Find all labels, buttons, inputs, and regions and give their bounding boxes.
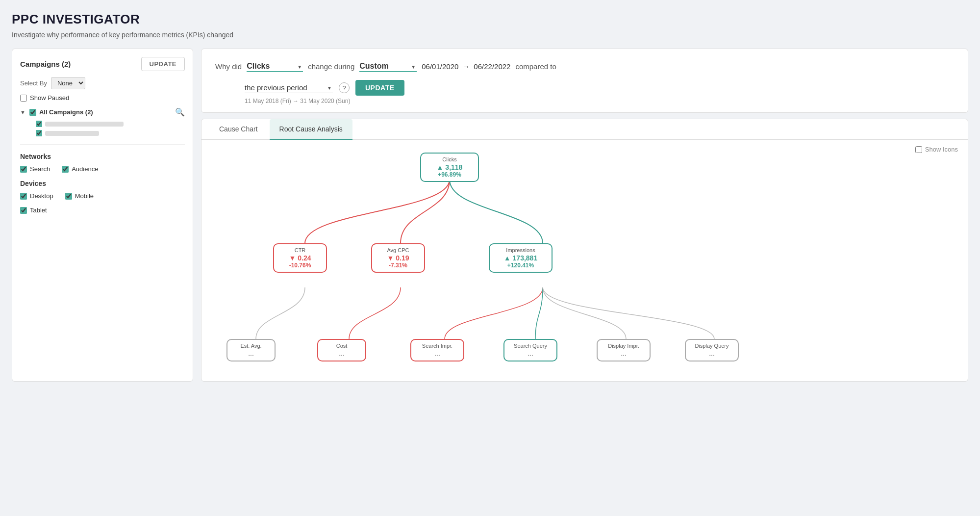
ctr-node-value: ▼ 0.24 (281, 254, 319, 262)
est-avg-title: Est. Avg. (234, 343, 268, 349)
show-paused-checkbox[interactable] (20, 95, 27, 102)
device-tablet-label: Tablet (30, 206, 47, 214)
ctr-node[interactable]: CTR ▼ 0.24 -10.76% (273, 243, 327, 273)
sidebar-update-button[interactable]: UPDATE (141, 57, 185, 71)
compared-to-label: compared to (515, 62, 556, 71)
cost-node[interactable]: Cost ... (317, 339, 366, 361)
cost-value: ... (325, 350, 358, 358)
root-node-percent: +96.89% (428, 171, 471, 178)
avg-cpc-node-title: Avg CPC (379, 247, 417, 253)
date-arrow-icon: → (462, 62, 470, 71)
display-query-title: Display Query (693, 343, 731, 349)
change-during-label: change during (308, 62, 354, 71)
device-desktop-label: Desktop (30, 192, 53, 200)
tab-root-cause-analysis[interactable]: Root Cause Analysis (270, 119, 352, 140)
avg-cpc-node[interactable]: Avg CPC ▼ 0.19 -7.31% (371, 243, 425, 273)
campaign-search-icon[interactable]: 🔍 (175, 107, 185, 117)
impressions-node-value: ▲ 173,881 (497, 254, 545, 262)
impressions-node-title: Impressions (497, 247, 545, 253)
impressions-node-percent: +120.41% (497, 262, 545, 269)
metric-dropdown[interactable]: Clicks Impressions Cost CTR (247, 61, 303, 72)
comparison-date-hint: 11 May 2018 (Fri) → 31 May 2020 (Sun) (215, 98, 954, 104)
display-impr-value: ... (604, 350, 643, 358)
devices-title: Devices (20, 180, 185, 187)
date-start: 06/01/2020 (422, 62, 458, 71)
devices-group: Desktop Mobile (20, 192, 185, 200)
networks-group: Search Audience (20, 165, 185, 173)
display-query-node[interactable]: Display Query ... (685, 339, 739, 361)
help-button[interactable]: ? (339, 82, 350, 93)
est-avg-node[interactable]: Est. Avg. ... (226, 339, 276, 361)
network-search-checkbox[interactable] (20, 166, 27, 173)
date-end: 06/22/2022 (474, 62, 510, 71)
root-node[interactable]: Clicks ▲ 3,118 +96.89% (420, 153, 479, 182)
avg-cpc-node-value: ▼ 0.19 (379, 254, 417, 262)
device-desktop-checkbox[interactable] (20, 193, 27, 200)
select-by-dropdown[interactable]: None (51, 77, 85, 89)
cost-title: Cost (325, 343, 358, 349)
display-query-value: ... (693, 350, 731, 358)
campaign-item (36, 130, 185, 136)
device-tablet-checkbox[interactable] (20, 207, 27, 214)
chart-area: Show Icons (201, 140, 968, 381)
page-subtitle: Investigate why performance of key perfo… (12, 31, 968, 39)
tree-arrow: ▼ (20, 109, 25, 115)
all-campaigns-label: All Campaigns (2) (39, 108, 93, 116)
sidebar: Campaigns (2) UPDATE Select By None Show… (12, 49, 193, 382)
root-node-value: ▲ 3,118 (428, 163, 471, 171)
period-dropdown[interactable]: Custom Last 7 days Last 30 days This Mon… (359, 61, 417, 72)
search-query-node[interactable]: Search Query ... (503, 339, 557, 361)
search-impr-value: ... (418, 350, 456, 358)
campaign-name-2 (45, 131, 99, 136)
ctr-node-percent: -10.76% (281, 262, 319, 269)
campaign-item (36, 121, 185, 127)
device-mobile-label: Mobile (75, 192, 94, 200)
devices-group-2: Tablet (20, 206, 185, 214)
all-campaigns-checkbox[interactable] (29, 109, 36, 116)
search-query-title: Search Query (511, 343, 550, 349)
tab-cause-chart[interactable]: Cause Chart (209, 119, 268, 140)
network-audience-label: Audience (72, 165, 98, 173)
search-impr-node[interactable]: Search Impr. ... (410, 339, 464, 361)
campaign-name-1 (45, 122, 124, 127)
device-mobile-checkbox[interactable] (65, 193, 72, 200)
show-paused-label: Show Paused (30, 94, 69, 102)
campaign-checkbox-1[interactable] (36, 121, 42, 127)
search-query-value: ... (511, 350, 550, 358)
page-title: PPC INVESTIGATOR (12, 12, 968, 27)
search-impr-title: Search Impr. (418, 343, 456, 349)
comparison-period-dropdown[interactable]: the previous period the previous year cu… (245, 82, 333, 93)
avg-cpc-node-percent: -7.31% (379, 262, 417, 269)
campaigns-title: Campaigns (2) (20, 60, 71, 68)
network-audience-checkbox[interactable] (62, 166, 69, 173)
tree-diagram: Clicks ▲ 3,118 +96.89% CTR ▼ 0.24 -10.76… (209, 148, 960, 373)
display-impr-node[interactable]: Display Impr. ... (597, 339, 651, 361)
est-avg-value: ... (234, 350, 268, 358)
networks-title: Networks (20, 153, 185, 160)
impressions-node[interactable]: Impressions ▲ 173,881 +120.41% (489, 243, 553, 273)
ctr-node-title: CTR (281, 247, 319, 253)
tabs-panel: Cause Chart Root Cause Analysis Show Ico… (201, 119, 968, 382)
main-update-button[interactable]: UPDATE (355, 80, 404, 96)
campaign-checkbox-2[interactable] (36, 130, 42, 136)
select-by-label: Select By (20, 79, 47, 87)
network-search-label: Search (30, 165, 50, 173)
why-did-label: Why did (215, 62, 242, 71)
root-node-title: Clicks (428, 156, 471, 162)
tabs-row: Cause Chart Root Cause Analysis (201, 119, 968, 140)
display-impr-title: Display Impr. (604, 343, 643, 349)
query-panel: Why did Clicks Impressions Cost CTR chan… (201, 49, 968, 113)
